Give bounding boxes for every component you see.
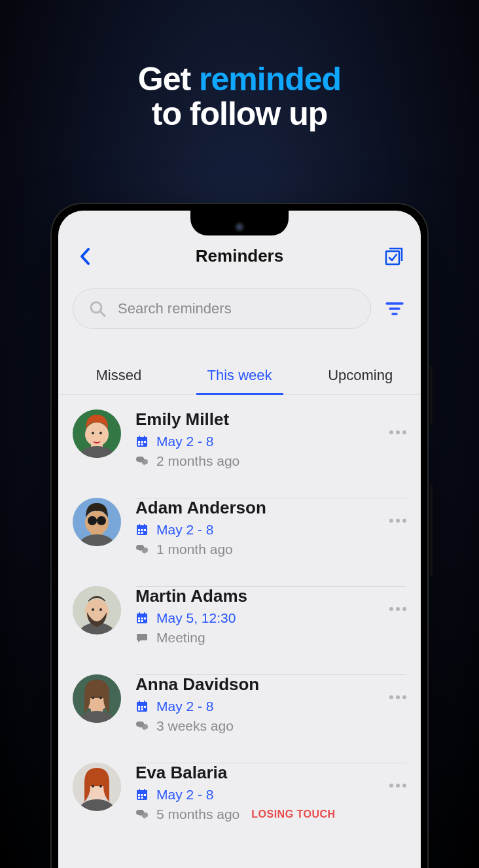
reminder-date: May 5, 12:30 bbox=[156, 610, 236, 626]
svg-rect-19 bbox=[139, 436, 140, 438]
contact-name: Anna Davidson bbox=[135, 674, 406, 695]
svg-rect-83 bbox=[144, 789, 145, 791]
svg-rect-81 bbox=[141, 797, 143, 799]
svg-rect-18 bbox=[141, 443, 143, 445]
meta-row: 2 months ago bbox=[135, 453, 406, 469]
more-button[interactable] bbox=[389, 430, 406, 434]
reminder-date: May 2 - 8 bbox=[156, 522, 214, 538]
svg-rect-79 bbox=[144, 794, 146, 796]
svg-rect-38 bbox=[144, 524, 145, 527]
svg-rect-36 bbox=[141, 532, 143, 534]
date-row: May 2 - 8 bbox=[135, 787, 406, 803]
svg-point-44 bbox=[99, 608, 102, 611]
reminder-body: Adam AndersonMay 2 - 81 month ago bbox=[135, 498, 406, 557]
tab-label: Upcoming bbox=[328, 367, 393, 383]
svg-rect-0 bbox=[386, 251, 399, 264]
svg-rect-37 bbox=[139, 524, 140, 527]
svg-rect-77 bbox=[138, 794, 140, 796]
svg-point-27 bbox=[88, 516, 97, 525]
svg-point-74 bbox=[99, 785, 102, 788]
svg-rect-53 bbox=[144, 612, 145, 615]
page-title: Reminders bbox=[196, 246, 283, 266]
svg-rect-29 bbox=[96, 519, 98, 521]
calendar-icon bbox=[135, 788, 149, 801]
select-all-button[interactable] bbox=[384, 247, 404, 266]
reminder-meta: 5 months ago bbox=[156, 807, 240, 822]
svg-rect-80 bbox=[138, 797, 140, 799]
app-screen: Reminders Search reminders Missed This w… bbox=[58, 211, 421, 868]
tab-missed[interactable]: Missed bbox=[58, 356, 179, 394]
svg-rect-31 bbox=[137, 525, 147, 528]
avatar bbox=[73, 498, 121, 546]
svg-rect-78 bbox=[141, 794, 143, 796]
svg-rect-62 bbox=[138, 706, 140, 708]
more-button[interactable] bbox=[389, 784, 406, 788]
reminder-item[interactable]: Martin AdamsMay 5, 12:30Meeting bbox=[73, 572, 421, 660]
svg-rect-50 bbox=[138, 620, 140, 622]
svg-point-10 bbox=[92, 432, 94, 434]
tab-upcoming[interactable]: Upcoming bbox=[300, 356, 421, 394]
camera-icon bbox=[234, 222, 245, 232]
calendar-icon bbox=[135, 700, 149, 713]
svg-point-73 bbox=[92, 785, 94, 788]
calendar-icon bbox=[135, 612, 149, 625]
meta-row: 5 months agoLOSING TOUCH bbox=[135, 807, 406, 822]
more-button[interactable] bbox=[389, 695, 406, 699]
search-input[interactable]: Search reminders bbox=[73, 288, 371, 329]
reminder-date: May 2 - 8 bbox=[156, 787, 214, 803]
chevron-left-icon bbox=[80, 248, 90, 265]
search-placeholder: Search reminders bbox=[118, 300, 232, 317]
chat-icon bbox=[135, 720, 149, 733]
avatar bbox=[73, 763, 121, 811]
reminder-date: May 2 - 8 bbox=[156, 434, 214, 449]
svg-rect-48 bbox=[141, 617, 143, 619]
reminder-body: Eva BalariaMay 2 - 85 months agoLOSING T… bbox=[135, 763, 406, 822]
meta-row: 1 month ago bbox=[135, 542, 406, 557]
filter-button[interactable] bbox=[383, 302, 406, 316]
contact-name: Eva Balaria bbox=[135, 763, 406, 783]
reminder-body: Martin AdamsMay 5, 12:30Meeting bbox=[135, 586, 406, 646]
svg-rect-68 bbox=[144, 701, 145, 703]
reminder-date: May 2 - 8 bbox=[156, 699, 214, 714]
svg-point-28 bbox=[97, 516, 106, 525]
avatar bbox=[73, 409, 121, 458]
reminder-meta: 3 weeks ago bbox=[156, 718, 234, 734]
meta-row: Meeting bbox=[135, 630, 406, 646]
reminder-item[interactable]: Anna DavidsonMay 2 - 83 weeks ago bbox=[73, 660, 421, 748]
reminder-item[interactable]: Eva BalariaMay 2 - 85 months agoLOSING T… bbox=[73, 748, 421, 837]
svg-rect-13 bbox=[137, 437, 147, 440]
chat-icon bbox=[135, 543, 149, 556]
svg-rect-67 bbox=[139, 701, 140, 703]
svg-rect-33 bbox=[141, 529, 143, 531]
more-button[interactable] bbox=[389, 519, 406, 523]
svg-rect-16 bbox=[144, 441, 146, 443]
reminder-item[interactable]: Adam AndersonMay 2 - 81 month ago bbox=[73, 483, 421, 572]
reminder-body: Anna DavidsonMay 2 - 83 weeks ago bbox=[135, 674, 406, 734]
svg-rect-61 bbox=[137, 702, 147, 704]
svg-rect-66 bbox=[141, 708, 143, 710]
tab-this-week[interactable]: This week bbox=[179, 356, 300, 394]
back-button[interactable] bbox=[75, 247, 95, 266]
search-icon bbox=[89, 300, 106, 317]
reminder-body: Emily MilletMay 2 - 82 months ago bbox=[135, 409, 406, 469]
svg-rect-32 bbox=[138, 529, 140, 531]
date-row: May 2 - 8 bbox=[135, 434, 406, 449]
chat-icon bbox=[135, 808, 149, 821]
svg-rect-34 bbox=[144, 529, 146, 531]
svg-rect-49 bbox=[144, 617, 146, 619]
svg-rect-20 bbox=[144, 436, 145, 438]
avatar bbox=[73, 674, 121, 723]
calendar-icon bbox=[135, 523, 149, 536]
reminder-item[interactable]: Emily MilletMay 2 - 82 months ago bbox=[73, 395, 421, 483]
reminder-meta: 2 months ago bbox=[156, 453, 240, 469]
chat-icon bbox=[135, 455, 149, 468]
reminder-list: Emily MilletMay 2 - 82 months agoAdam An… bbox=[58, 395, 421, 837]
svg-rect-46 bbox=[137, 614, 147, 616]
date-row: May 2 - 8 bbox=[135, 522, 406, 538]
more-button[interactable] bbox=[389, 607, 406, 611]
svg-rect-47 bbox=[138, 617, 140, 619]
select-check-icon bbox=[385, 247, 403, 266]
search-row: Search reminders bbox=[58, 278, 421, 336]
meta-row: 3 weeks ago bbox=[135, 718, 406, 734]
phone-notch bbox=[190, 209, 289, 235]
